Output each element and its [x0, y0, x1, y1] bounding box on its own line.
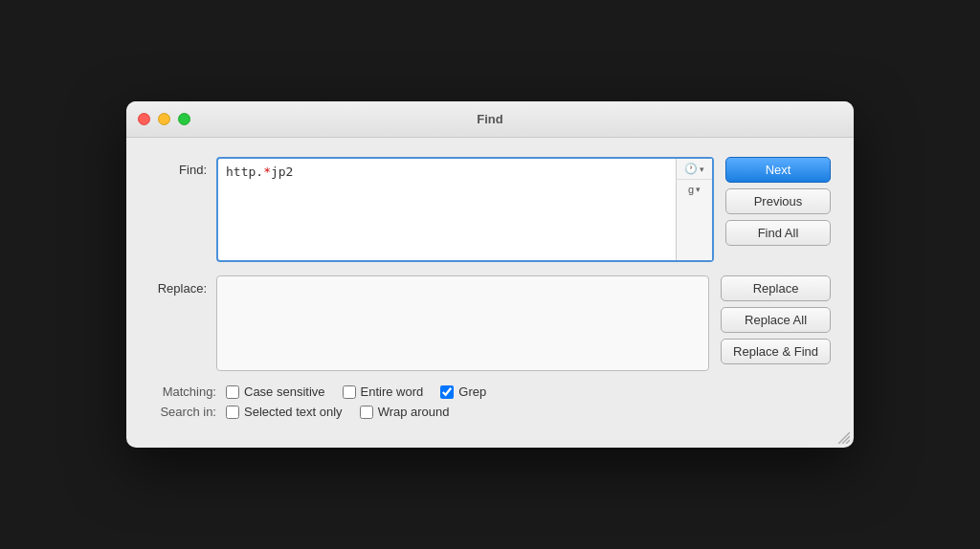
entire-word-label: Entire word [361, 384, 424, 399]
replace-label: Replace: [149, 275, 216, 296]
window-title: Find [477, 112, 502, 126]
selected-text-only-item[interactable]: Selected text only [226, 405, 343, 419]
window-body: Find: http.*jp2 🕐 ▾ g [126, 138, 854, 448]
search-in-options: Selected text only Wrap around [226, 405, 450, 419]
replace-input-wrapper [216, 275, 709, 371]
case-sensitive-label: Case sensitive [244, 384, 325, 399]
find-row: Find: http.*jp2 🕐 ▾ g [149, 157, 831, 262]
find-text-display[interactable]: http.*jp2 [218, 159, 676, 260]
maximize-button[interactable] [178, 113, 190, 125]
resize-icon [836, 430, 850, 444]
wrap-around-checkbox[interactable] [360, 406, 373, 419]
case-sensitive-checkbox[interactable] [226, 385, 239, 399]
find-input-area: http.*jp2 🕐 ▾ g ▾ [216, 157, 714, 262]
next-button[interactable]: Next [725, 157, 831, 183]
grep-checkbox[interactable] [440, 385, 454, 399]
grep-item[interactable]: Grep [440, 384, 486, 399]
options-section: Matching: Case sensitive Entire word [149, 384, 831, 419]
replace-input-area [216, 275, 709, 371]
close-button[interactable] [138, 113, 150, 125]
search-in-label: Search in: [149, 405, 226, 419]
case-sensitive-item[interactable]: Case sensitive [226, 384, 325, 399]
minimize-button[interactable] [158, 113, 170, 125]
wrap-around-label: Wrap around [378, 405, 450, 419]
selected-text-label: Selected text only [244, 405, 343, 419]
replace-button[interactable]: Replace [721, 275, 831, 301]
resize-handle[interactable] [836, 430, 850, 444]
replace-input[interactable] [217, 276, 708, 370]
clock-icon: 🕐 [684, 163, 698, 175]
replace-row: Replace: Replace Replace All Replace & F… [149, 275, 831, 371]
selected-text-checkbox[interactable] [226, 406, 239, 419]
dropdown-arrow-1: ▾ [700, 165, 704, 174]
svg-line-1 [842, 436, 850, 444]
search-in-row: Search in: Selected text only Wrap aroun… [149, 405, 831, 419]
find-input-wrapper: http.*jp2 🕐 ▾ g ▾ [216, 157, 714, 262]
grep-label: g [688, 184, 694, 195]
matching-options: Case sensitive Entire word Grep [226, 384, 486, 399]
replace-buttons: Replace Replace All Replace & Find [721, 275, 831, 364]
grep-icon-button[interactable]: g ▾ [677, 180, 712, 199]
wrap-around-item[interactable]: Wrap around [360, 405, 450, 419]
grep-label-text: Grep [458, 384, 486, 399]
find-label: Find: [149, 157, 216, 177]
previous-button[interactable]: Previous [725, 188, 831, 214]
traffic-lights [138, 113, 190, 125]
svg-line-2 [846, 440, 850, 444]
entire-word-checkbox[interactable] [343, 385, 356, 399]
entire-word-item[interactable]: Entire word [343, 384, 424, 399]
find-all-button[interactable]: Find All [725, 220, 831, 246]
matching-label: Matching: [149, 384, 226, 399]
find-icons: 🕐 ▾ g ▾ [676, 159, 712, 260]
find-buttons: Next Previous Find All [725, 157, 831, 246]
history-icon-button[interactable]: 🕐 ▾ [677, 159, 712, 180]
title-bar: Find [126, 101, 854, 138]
dropdown-arrow-2: ▾ [696, 185, 701, 194]
find-dialog: Find Find: http.*jp2 🕐 ▾ [126, 101, 854, 448]
replace-and-find-button[interactable]: Replace & Find [721, 339, 831, 364]
matching-row: Matching: Case sensitive Entire word [149, 384, 831, 399]
replace-all-button[interactable]: Replace All [721, 307, 831, 333]
